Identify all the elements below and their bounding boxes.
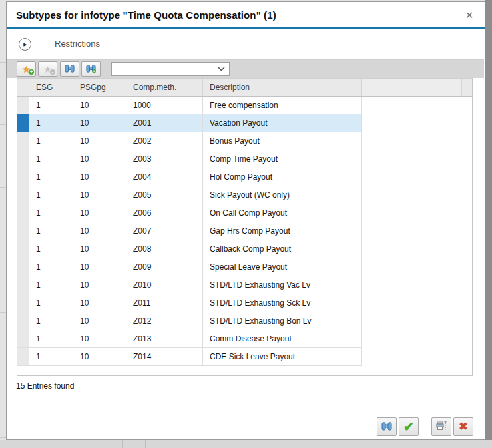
binoculars-plus-icon [85,63,97,75]
cell-psgpg: 10 [73,168,126,186]
header-description[interactable]: Description [203,79,362,96]
cell-description: STD/LTD Exhausting Vac Lv [203,276,362,294]
cell-esg: 1 [29,114,73,132]
table-row[interactable]: 1 10 Z006 On Call Comp Payout [17,204,362,222]
cell-description: Sick Payout (WC only) [203,186,362,204]
search-toolbar: ★ + ★ - [7,60,484,78]
cell-description: Callback Comp Payout [203,240,362,258]
cell-esg: 1 [29,348,73,366]
row-selector-cell[interactable] [17,222,29,240]
cell-psgpg: 10 [73,114,126,132]
table-row[interactable]: 1 10 Z008 Callback Comp Payout [17,240,362,258]
cell-psgpg: 10 [73,330,126,348]
cell-comp-meth: Z007 [126,222,203,240]
remove-from-personal-list-button[interactable]: ★ - [38,61,57,77]
table-row[interactable]: 1 10 Z010 STD/LTD Exhausting Vac Lv [17,276,362,294]
row-selector-cell[interactable] [17,276,29,294]
cell-description: Comm Disease Payout [203,330,362,348]
row-selector-cell[interactable] [17,186,29,204]
plus-badge-icon: + [29,69,34,75]
find-toolbar-button[interactable] [60,61,79,77]
cell-description: Hol Comp Payout [203,168,362,186]
printer-icon [435,421,448,433]
header-comp-meth[interactable]: Comp.meth. [126,79,203,96]
table-row[interactable]: 1 10 Z009 Special Leave Payout [17,258,362,276]
find-button[interactable] [377,417,397,436]
table-bottom-strip [17,366,472,375]
cell-psgpg: 10 [73,240,126,258]
dialog-titlebar: Subtypes for infotype "Time Quota Compen… [7,2,485,29]
background-line [145,440,146,448]
table-row[interactable]: 1 10 Z004 Hol Comp Payout [17,168,362,186]
row-selector-cell[interactable] [17,312,29,330]
find-next-toolbar-button[interactable] [81,61,101,77]
cell-psgpg: 10 [73,97,126,114]
row-selector-cell[interactable] [17,150,29,168]
row-selector-cell[interactable] [17,348,29,366]
cell-esg: 1 [29,330,73,348]
table-row[interactable]: 1 10 Z002 Bonus Payout [17,132,362,150]
expand-restrictions-button[interactable]: ▶ [19,38,31,51]
table-row[interactable]: 1 10 Z012 STD/LTD Exhausting Bon Lv [17,312,362,330]
row-selector-cell[interactable] [17,114,29,132]
cell-esg: 1 [29,150,73,168]
print-button[interactable] [431,417,451,436]
close-icon[interactable]: ✕ [462,8,477,23]
cell-description: Free compensation [203,97,362,114]
row-selector-cell[interactable] [17,132,29,150]
table-row[interactable]: 1 10 Z011 STD/LTD Exhausting Sck Lv [17,294,362,312]
cell-comp-meth: Z013 [126,330,203,348]
row-selector-cell[interactable] [17,258,29,276]
row-selector-cell[interactable] [17,168,29,186]
filter-combobox[interactable] [111,62,230,76]
binoculars-icon [64,63,75,75]
row-selector-cell[interactable] [17,330,29,348]
cell-psgpg: 10 [73,222,126,240]
cell-esg: 1 [29,186,73,204]
dimmed-background-left [0,0,6,448]
table-row[interactable]: 1 10 Z014 CDE Sick Leave Payout [17,348,362,366]
cell-comp-meth: Z002 [126,132,203,150]
cancel-button[interactable]: ✖ [453,417,473,436]
table-row[interactable]: 1 10 1000 Free compensation [17,97,362,114]
cell-comp-meth: Z010 [126,276,203,294]
row-selector-cell[interactable] [17,204,29,222]
cell-description: STD/LTD Exhausting Sck Lv [203,294,362,312]
x-icon: ✖ [459,421,467,432]
cell-esg: 1 [29,97,73,114]
header-psgpg[interactable]: PSGpg [73,79,126,96]
cell-psgpg: 10 [73,258,126,276]
header-filler-end [462,79,472,96]
restrictions-label: Restrictions [55,39,100,49]
minus-badge-icon: - [50,69,55,75]
row-selector-cell[interactable] [17,240,29,258]
table-row[interactable]: 1 10 Z013 Comm Disease Payout [17,330,362,348]
cell-esg: 1 [29,276,73,294]
cell-comp-meth: Z004 [126,168,203,186]
header-selector-cell [17,79,29,96]
dialog-title: Subtypes for infotype "Time Quota Compen… [16,9,276,21]
accept-button[interactable]: ✔ [399,417,419,436]
row-selector-cell[interactable] [17,294,29,312]
cell-esg: 1 [29,222,73,240]
table-row[interactable]: 1 10 Z007 Gap Hrs Comp Payout [17,222,362,240]
cell-description: Vacation Payout [203,114,362,132]
cell-psgpg: 10 [73,132,126,150]
background-line [122,440,123,448]
add-to-personal-list-button[interactable]: ★ + [17,61,36,77]
restrictions-section: ▶ Restrictions [7,29,485,59]
value-help-dialog: Subtypes for infotype "Time Quota Compen… [6,1,485,440]
table-row[interactable]: 1 10 Z003 Comp Time Payout [17,150,362,168]
header-filler [362,79,462,96]
cell-comp-meth: Z003 [126,150,203,168]
table-row[interactable]: 1 10 Z005 Sick Payout (WC only) [17,186,362,204]
cell-esg: 1 [29,294,73,312]
table-header-row: ESG PSGpg Comp.meth. Description [17,79,472,97]
table-body: 1 10 1000 Free compensation 1 10 Z001 Va… [17,97,472,366]
header-esg[interactable]: ESG [29,79,73,96]
cell-comp-meth: Z008 [126,240,203,258]
row-selector-cell[interactable] [17,97,29,114]
cell-psgpg: 10 [73,276,126,294]
cell-description: STD/LTD Exhausting Bon Lv [203,312,362,330]
table-row[interactable]: 1 10 Z001 Vacation Payout [17,114,362,132]
